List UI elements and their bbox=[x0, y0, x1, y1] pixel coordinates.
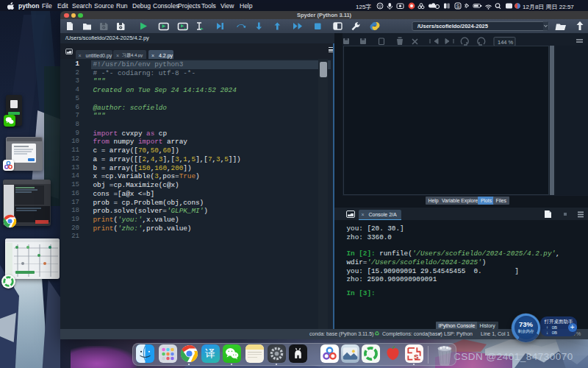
svg-text:144 %: 144 % bbox=[498, 38, 514, 45]
svg-text:S: S bbox=[456, 4, 460, 9]
svg-text:/Users/scofieldo/2024-2025: /Users/scofieldo/2024-2025 bbox=[417, 23, 488, 29]
svg-text:S: S bbox=[413, 352, 418, 360]
